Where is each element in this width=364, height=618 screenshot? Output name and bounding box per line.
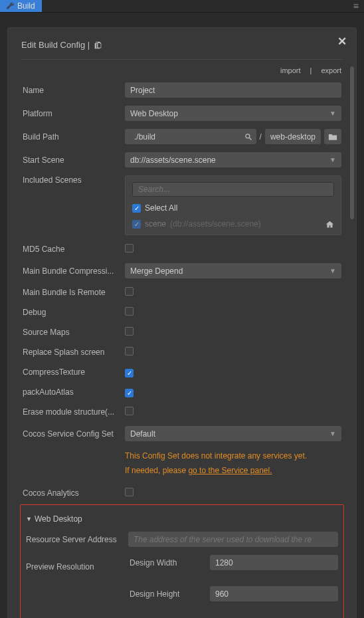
design-width-label: Design Width [128, 558, 210, 567]
warn-line1: This Config Set does not integrate any s… [125, 449, 341, 464]
folder-icon [328, 133, 337, 141]
included-scenes-box: Select All scene (db://assets/scene.scen… [125, 175, 341, 235]
startscene-value: db://assets/scene.scene [130, 155, 216, 165]
svg-point-0 [245, 134, 249, 138]
triangle-down-icon: ▼ [26, 516, 32, 522]
chevron-down-icon: ▼ [329, 430, 336, 437]
import-link[interactable]: import [280, 66, 301, 74]
warn-line2a: If needed, please [125, 466, 188, 475]
splash-label: Replace Splash screen [23, 348, 125, 357]
erase-checkbox[interactable] [125, 407, 134, 415]
scene-search-input[interactable] [132, 182, 334, 197]
sourcemaps-label: Source Maps [23, 328, 125, 337]
md5-label: MD5 Cache [23, 245, 125, 254]
compresstex-label: CompressTexture [23, 367, 125, 377]
title-bar: Build ≡ [0, 0, 364, 13]
build-tab[interactable]: Build [0, 0, 42, 12]
service-value: Default [130, 429, 155, 439]
scene-name: scene [145, 219, 166, 229]
design-height-label: Design Height [128, 589, 210, 599]
included-label: Included Scenes [23, 175, 125, 185]
search-icon[interactable] [244, 133, 252, 141]
name-label: Name [23, 86, 125, 95]
resource-input[interactable] [128, 532, 338, 547]
select-all-checkbox[interactable] [132, 204, 141, 213]
web-desktop-section: ▼ Web Desktop Resource Server Address Pr… [20, 504, 344, 618]
svg-line-1 [249, 138, 251, 140]
splash-checkbox[interactable] [125, 347, 134, 356]
chevron-down-icon: ▼ [329, 156, 336, 163]
scene-checkbox [132, 220, 141, 229]
name-input[interactable] [125, 82, 341, 98]
autoatlas-label: packAutoAtlas [23, 387, 125, 397]
bundlecomp-label: Main Bundle Compressi... [23, 266, 125, 276]
service-label: Cocos Service Config Set [23, 429, 125, 439]
top-actions: import | export [8, 66, 356, 74]
browse-folder-button[interactable] [324, 129, 341, 144]
divider [21, 59, 343, 60]
pipe: | [310, 66, 312, 74]
scene-row[interactable]: scene (db://assets/scene.scene) [132, 219, 334, 229]
analytics-checkbox[interactable] [125, 488, 134, 496]
section-title: Web Desktop [35, 514, 82, 524]
panel-title: Edit Build Config | [8, 40, 356, 50]
autoatlas-checkbox[interactable] [125, 389, 134, 397]
bundlecomp-select[interactable]: Merge Depend ▼ [125, 263, 341, 278]
service-panel-link[interactable]: go to the Service panel. [188, 466, 272, 475]
close-button[interactable]: ✕ [337, 35, 347, 49]
scene-path: (db://assets/scene.scene) [170, 219, 261, 229]
buildpath-label: Build Path [23, 132, 125, 142]
resource-label: Resource Server Address [26, 535, 128, 544]
form-area: Name Platform Web Desktop ▼ Build Path /… [8, 82, 356, 441]
preview-label: Preview Resolution [26, 562, 128, 571]
wrench-icon [7, 2, 15, 10]
home-icon[interactable] [325, 220, 334, 229]
chevron-down-icon: ▼ [329, 267, 336, 274]
startscene-select[interactable]: db://assets/scene.scene ▼ [125, 152, 341, 167]
buildpath-suffix[interactable]: web-desktop [265, 129, 321, 144]
platform-label: Platform [23, 109, 125, 118]
path-slash: / [260, 132, 262, 142]
debug-checkbox[interactable] [125, 307, 134, 316]
platform-select[interactable]: Web Desktop ▼ [125, 106, 341, 121]
remote-label: Main Bundle Is Remote [23, 288, 125, 297]
select-all-label: Select All [145, 203, 177, 213]
service-select[interactable]: Default ▼ [125, 426, 341, 441]
select-all-row[interactable]: Select All [132, 203, 334, 213]
platform-value: Web Desktop [130, 109, 178, 118]
bundlecomp-value: Merge Depend [130, 266, 183, 276]
panel-title-text: Edit Build Config | [21, 40, 90, 50]
copy-icon[interactable] [94, 41, 102, 49]
service-warning: This Config Set does not integrate any s… [23, 449, 341, 478]
analytics-label: Cocos Analytics [23, 488, 125, 498]
design-width-input[interactable] [210, 555, 338, 570]
startscene-label: Start Scene [23, 155, 125, 165]
buildpath-input[interactable] [129, 129, 240, 144]
remote-checkbox[interactable] [125, 287, 134, 296]
design-height-input[interactable] [210, 586, 338, 601]
build-panel: ✕ Edit Build Config | import | export Na… [7, 27, 357, 618]
sourcemaps-checkbox[interactable] [125, 327, 134, 336]
erase-label: Erase module structure(... [23, 407, 125, 417]
compresstex-checkbox[interactable] [125, 369, 134, 377]
export-link[interactable]: export [321, 66, 341, 74]
section-header[interactable]: ▼ Web Desktop [25, 510, 339, 532]
debug-label: Debug [23, 308, 125, 317]
tab-label: Build [17, 1, 35, 11]
chevron-down-icon: ▼ [329, 110, 336, 117]
hamburger-icon[interactable]: ≡ [348, 1, 364, 11]
md5-checkbox[interactable] [125, 244, 134, 253]
